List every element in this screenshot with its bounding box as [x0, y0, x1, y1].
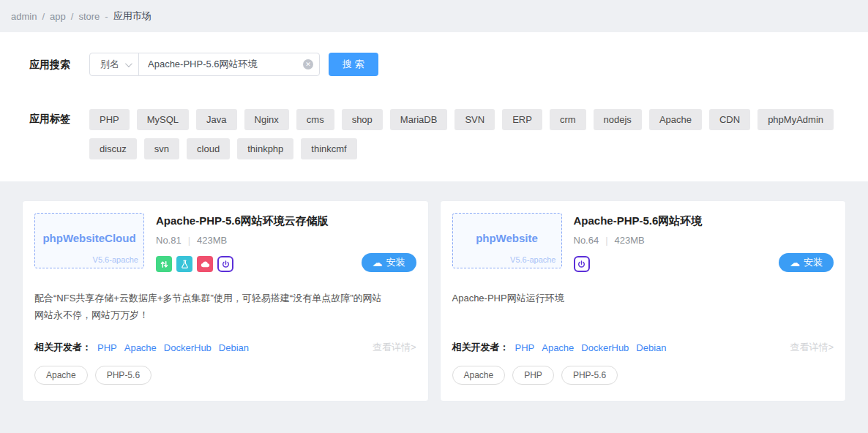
breadcrumb: admin / app / store - 应用市场 — [0, 0, 868, 32]
developers-label: 相关开发者： — [452, 341, 509, 354]
tag-chip[interactable]: Java — [196, 109, 236, 130]
install-button-label: 安装 — [804, 256, 823, 269]
tag-filter-line-1: PHP MySQL Java Nginx cms shop MariaDB SV… — [89, 109, 834, 130]
developer-link-debian[interactable]: Debian — [219, 342, 249, 353]
tag-chip[interactable]: crm — [550, 109, 586, 130]
cloud-icon: ☁ — [373, 257, 383, 268]
tag-chip[interactable]: nodejs — [594, 109, 642, 130]
tag-chip[interactable]: PHP — [89, 109, 130, 130]
badge-icons — [574, 256, 590, 272]
app-tag[interactable]: PHP-5.6 — [95, 366, 151, 385]
app-logo-version: V5.6-apache — [510, 255, 555, 264]
clear-icon[interactable]: ✕ — [303, 59, 313, 69]
app-title: Apache-PHP-5.6网站环境 — [574, 214, 834, 228]
badge-icons — [156, 256, 233, 272]
breadcrumb-store[interactable]: store — [78, 11, 100, 22]
developer-link-apache[interactable]: Apache — [542, 342, 574, 353]
install-button-label: 安装 — [386, 256, 405, 269]
developers-row: 相关开发者： PHP Apache DockerHub Debian 查看详情> — [34, 341, 416, 354]
app-rank: No.81 — [156, 235, 182, 246]
app-card-phpwebsitecloud: phpWebsiteCloud V5.6-apache Apache-PHP-5… — [22, 200, 429, 402]
app-title: Apache-PHP-5.6网站环境云存储版 — [156, 214, 416, 228]
app-meta: No.64 | 423MB — [574, 235, 834, 246]
developer-link-php[interactable]: PHP — [515, 342, 535, 353]
flask-icon — [176, 256, 192, 272]
app-size: 423MB — [197, 235, 227, 246]
swap-arrows-icon — [156, 256, 172, 272]
search-field-select-value: 别名 — [100, 58, 119, 71]
app-tags: Apache PHP-5.6 — [34, 366, 416, 385]
tag-chip[interactable]: discuz — [89, 138, 137, 159]
app-rank: No.64 — [574, 235, 599, 246]
tag-chip[interactable]: SVN — [454, 109, 495, 130]
search-label: 应用搜索 — [29, 53, 89, 76]
tag-chip[interactable]: phpMyAdmin — [757, 109, 834, 130]
view-details-link[interactable]: 查看详情> — [373, 341, 416, 354]
tag-chip[interactable]: ERP — [502, 109, 542, 130]
tag-chip[interactable]: cms — [296, 109, 334, 130]
search-button[interactable]: 搜 索 — [329, 53, 378, 76]
page-title: 应用市场 — [113, 10, 151, 23]
app-tag[interactable]: Apache — [34, 366, 88, 385]
tag-chip[interactable]: CDN — [709, 109, 750, 130]
developer-link-dockerhub[interactable]: DockerHub — [164, 342, 212, 353]
search-field-select[interactable]: 别名 — [89, 53, 139, 76]
search-input[interactable] — [138, 53, 320, 76]
tag-chip[interactable]: Apache — [649, 109, 702, 130]
breadcrumb-separator: / — [42, 11, 45, 22]
card-header-info: Apache-PHP-5.6网站环境 No.64 | 423MB — [574, 213, 834, 272]
meta-divider: | — [188, 235, 190, 246]
app-logo: phpWebsite V5.6-apache — [452, 213, 562, 268]
tag-chip[interactable]: thinkphp — [237, 138, 293, 159]
app-description: 配合“NFS共享存储+云数据库+多节点集群”使用，可轻易搭建“没有单点故障”的网… — [34, 290, 416, 328]
app-logo-version: V5.6-apache — [93, 255, 138, 264]
tag-chip[interactable]: cloud — [187, 138, 230, 159]
app-tag[interactable]: PHP — [512, 366, 554, 385]
tag-chip[interactable]: MariaDB — [390, 109, 448, 130]
app-meta: No.81 | 423MB — [156, 235, 416, 246]
tag-filter-label: 应用标签 — [29, 107, 89, 130]
developer-link-apache[interactable]: Apache — [124, 342, 157, 353]
cloud-icon: ☁ — [790, 257, 800, 268]
breadcrumb-separator: / — [71, 11, 74, 22]
cloud-badge-icon — [197, 256, 213, 272]
filter-panel: 应用搜索 别名 ✕ 搜 索 应用标签 PHP MySQL Java Nginx … — [0, 32, 868, 181]
tag-filter-line-2: discuz svn cloud thinkphp thinkcmf — [89, 138, 834, 159]
meta-divider: | — [605, 235, 607, 246]
power-icon — [574, 256, 590, 272]
breadcrumb-admin[interactable]: admin — [11, 11, 37, 22]
tag-chip[interactable]: svn — [144, 138, 179, 159]
app-tags: Apache PHP PHP-5.6 — [452, 366, 834, 385]
install-button[interactable]: ☁ 安装 — [779, 253, 834, 272]
developers-label: 相关开发者： — [34, 341, 91, 354]
tag-chip[interactable]: MySQL — [137, 109, 189, 130]
app-logo-title: phpWebsiteCloud — [42, 232, 135, 244]
developer-link-dockerhub[interactable]: DockerHub — [581, 342, 629, 353]
app-card-phpwebsite: phpWebsite V5.6-apache Apache-PHP-5.6网站环… — [440, 200, 847, 402]
developer-link-php[interactable]: PHP — [97, 342, 117, 353]
tag-chip[interactable]: thinkcmf — [301, 138, 356, 159]
app-description: Apache-PHP网站运行环境 — [452, 290, 834, 328]
app-tag[interactable]: PHP-5.6 — [561, 366, 618, 385]
app-card-list: phpWebsiteCloud V5.6-apache Apache-PHP-5… — [0, 181, 868, 402]
tag-filter-list: PHP MySQL Java Nginx cms shop MariaDB SV… — [89, 107, 834, 159]
app-tag[interactable]: Apache — [452, 366, 506, 385]
app-size: 423MB — [615, 235, 645, 246]
tag-chip[interactable]: Nginx — [244, 109, 289, 130]
power-icon — [217, 256, 233, 272]
breadcrumb-dash: - — [105, 11, 108, 22]
developer-link-debian[interactable]: Debian — [636, 342, 666, 353]
view-details-link[interactable]: 查看详情> — [790, 341, 834, 354]
search-input-wrap: ✕ — [138, 53, 320, 76]
search-group: 别名 ✕ 搜 索 — [89, 53, 378, 76]
tag-chip[interactable]: shop — [342, 109, 383, 130]
developers-row: 相关开发者： PHP Apache DockerHub Debian 查看详情> — [452, 341, 834, 354]
install-button[interactable]: ☁ 安装 — [362, 253, 416, 272]
breadcrumb-app[interactable]: app — [50, 11, 66, 22]
badge-row: ☁ 安装 — [156, 253, 416, 272]
tag-filter-row: 应用标签 PHP MySQL Java Nginx cms shop Maria… — [29, 107, 839, 159]
card-header-info: Apache-PHP-5.6网站环境云存储版 No.81 | 423MB — [156, 213, 416, 272]
search-row: 应用搜索 别名 ✕ 搜 索 — [29, 53, 839, 76]
chevron-down-icon — [125, 60, 132, 67]
card-header: phpWebsite V5.6-apache Apache-PHP-5.6网站环… — [452, 213, 834, 272]
